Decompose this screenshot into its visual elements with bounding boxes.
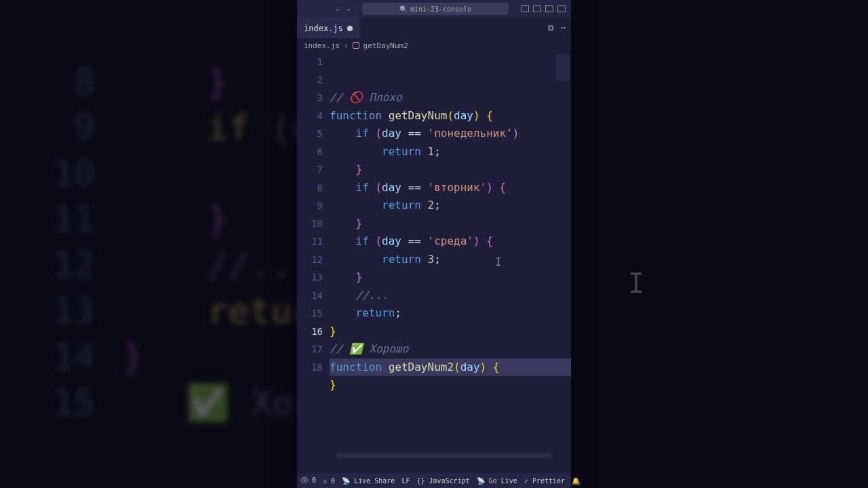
code-line[interactable]: if (day == 'среда') { bbox=[330, 232, 571, 251]
code-editor[interactable]: 123456789101112131415161718 // 🚫 Плохоfu… bbox=[297, 53, 571, 473]
layout-icon-4[interactable] bbox=[557, 5, 566, 12]
breadcrumb-file: index.js bbox=[304, 41, 340, 50]
code-line[interactable]: if (day == 'понедельник') bbox=[330, 125, 571, 143]
split-editor-icon[interactable]: ⧉ bbox=[548, 23, 554, 33]
line-number: 12 bbox=[297, 251, 323, 269]
code-line[interactable]: return; bbox=[330, 304, 571, 323]
code-line[interactable]: return 1; bbox=[330, 143, 571, 161]
layout-icon-1[interactable] bbox=[521, 5, 529, 12]
minimap[interactable] bbox=[556, 54, 570, 81]
text-cursor-icon: I bbox=[495, 253, 500, 264]
status-language[interactable]: {} JavaScript bbox=[416, 477, 469, 485]
ghost-text-cursor: I bbox=[628, 268, 644, 299]
layout-controls bbox=[521, 5, 566, 12]
status-bell-icon[interactable]: 🔔 bbox=[572, 477, 580, 485]
line-number: 7 bbox=[297, 161, 323, 179]
back-arrow-icon[interactable]: ← bbox=[336, 5, 340, 13]
line-number: 2 bbox=[297, 71, 323, 89]
line-number: 17 bbox=[297, 340, 323, 359]
code-line[interactable]: function getDayNum2(day) { bbox=[330, 359, 571, 377]
code-line[interactable]: } bbox=[330, 161, 571, 179]
vscode-window: ← → 🔍 mini-23-console index.js ⧉ ⋯ index… bbox=[297, 0, 571, 488]
status-prettier[interactable]: ✓ Prettier bbox=[524, 477, 565, 485]
line-number: 18 bbox=[297, 359, 323, 377]
more-actions-icon[interactable]: ⋯ bbox=[561, 23, 566, 33]
breadcrumb-symbol: getDayNum2 bbox=[363, 41, 408, 50]
line-number: 11 bbox=[297, 232, 323, 251]
code-line[interactable]: function getDayNum(day) { bbox=[330, 107, 571, 125]
function-icon bbox=[353, 42, 359, 49]
code-line[interactable] bbox=[330, 394, 571, 413]
line-number: 15 bbox=[297, 304, 323, 323]
command-center-search[interactable]: 🔍 mini-23-console bbox=[362, 3, 509, 15]
code-line[interactable]: } bbox=[330, 376, 571, 394]
status-eol[interactable]: LF bbox=[401, 477, 410, 485]
line-number: 9 bbox=[297, 197, 323, 215]
line-number: 10 bbox=[297, 215, 323, 233]
layout-icon-3[interactable] bbox=[545, 5, 553, 12]
code-line[interactable]: if (day == 'вторник') { bbox=[330, 179, 571, 197]
line-number: 16 bbox=[297, 323, 323, 341]
status-bar: ⓧ 0 ⚠ 0 📡 Live Share LF {} JavaScript 📡 … bbox=[297, 473, 571, 488]
layout-icon-2[interactable] bbox=[533, 5, 541, 12]
line-number: 14 bbox=[297, 287, 323, 305]
project-name: mini-23-console bbox=[410, 5, 471, 13]
status-warnings[interactable]: ⚠ 0 bbox=[323, 477, 335, 485]
code-content[interactable]: // 🚫 Плохоfunction getDayNum(day) { if (… bbox=[330, 53, 571, 473]
code-line[interactable]: return 3; bbox=[330, 251, 571, 269]
line-number: 1 bbox=[297, 53, 323, 71]
tab-label: index.js bbox=[304, 24, 343, 33]
code-line[interactable]: // 🚫 Плохо bbox=[330, 89, 571, 107]
breadcrumb[interactable]: index.js › getDayNum2 bbox=[297, 38, 571, 53]
code-line[interactable]: // ✅ Хорошо bbox=[330, 340, 571, 359]
code-line[interactable]: return 2; bbox=[330, 197, 571, 215]
tab-bar: index.js ⧉ ⋯ bbox=[297, 18, 571, 38]
code-line[interactable]: } bbox=[330, 323, 571, 341]
status-golive[interactable]: 📡 Go Live bbox=[477, 477, 517, 485]
unsaved-dot-icon bbox=[347, 26, 353, 31]
line-number: 6 bbox=[297, 143, 323, 161]
horizontal-scrollbar[interactable] bbox=[338, 453, 551, 458]
tab-indexjs[interactable]: index.js bbox=[297, 18, 359, 38]
line-number: 8 bbox=[297, 179, 323, 197]
line-number: 13 bbox=[297, 268, 323, 287]
status-liveshare[interactable]: 📡 Live Share bbox=[342, 477, 395, 485]
code-line[interactable]: } bbox=[330, 268, 571, 287]
code-line[interactable]: //... bbox=[330, 287, 571, 305]
nav-arrows: ← → bbox=[336, 5, 350, 13]
status-errors[interactable]: ⓧ 0 bbox=[301, 476, 316, 485]
line-number: 5 bbox=[297, 125, 323, 143]
forward-arrow-icon[interactable]: → bbox=[346, 5, 350, 13]
search-icon: 🔍 bbox=[399, 5, 408, 13]
line-number-gutter: 123456789101112131415161718 bbox=[297, 53, 330, 473]
chevron-right-icon: › bbox=[344, 41, 349, 50]
titlebar: ← → 🔍 mini-23-console bbox=[297, 0, 571, 18]
line-number: 3 bbox=[297, 89, 323, 107]
code-line[interactable]: } bbox=[330, 215, 571, 233]
line-number: 4 bbox=[297, 107, 323, 125]
